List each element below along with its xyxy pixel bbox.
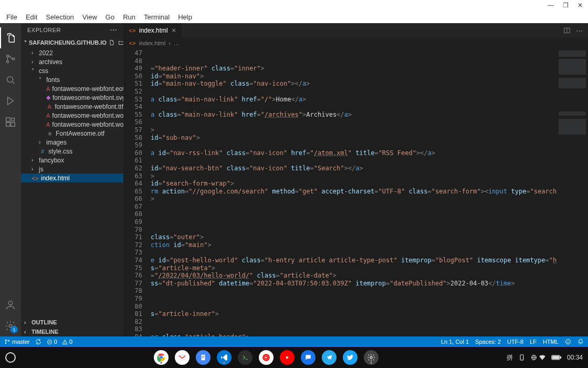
tray-battery-icon[interactable] bbox=[551, 354, 562, 361]
svg-point-34 bbox=[370, 356, 372, 359]
svg-point-22 bbox=[567, 341, 568, 342]
launcher-icon[interactable] bbox=[5, 352, 16, 363]
svg-rect-30 bbox=[202, 358, 204, 359]
svg-point-8 bbox=[8, 301, 12, 305]
menu-view[interactable]: View bbox=[78, 12, 101, 22]
svg-point-3 bbox=[7, 77, 13, 83]
timeline-section[interactable]: ›TIMELINE bbox=[21, 327, 123, 336]
editor-tab-active[interactable]: <> index.html ✕ bbox=[123, 23, 182, 38]
activity-manage-icon[interactable]: 1 bbox=[0, 315, 21, 336]
tree-folder[interactable]: ›js bbox=[21, 165, 123, 173]
menu-terminal[interactable]: Terminal bbox=[140, 12, 174, 22]
explorer-header: EXPLORER ⋯ bbox=[21, 23, 123, 37]
otf-file-icon: ≡ bbox=[46, 130, 54, 137]
taskbar-gmail[interactable] bbox=[175, 350, 190, 365]
activity-search-icon[interactable] bbox=[0, 69, 21, 90]
tree-file[interactable]: ≡FontAwesome.otf bbox=[21, 129, 123, 138]
svg-rect-6 bbox=[11, 122, 15, 126]
tray-ime[interactable]: 拼 bbox=[507, 353, 513, 362]
svg-rect-29 bbox=[202, 357, 205, 357]
status-language[interactable]: HTML bbox=[543, 339, 559, 345]
taskbar-youtube-music[interactable] bbox=[259, 350, 274, 365]
svg-point-2 bbox=[12, 58, 14, 60]
activity-scm-icon[interactable] bbox=[0, 48, 21, 69]
split-editor-icon[interactable] bbox=[563, 27, 571, 34]
tree-folder[interactable]: ›2022 bbox=[21, 48, 123, 57]
window-minimize-button[interactable]: — bbox=[547, 2, 554, 9]
tray-phone-icon[interactable] bbox=[518, 354, 526, 361]
menubar: File Edit Selection View Go Run Terminal… bbox=[0, 11, 588, 23]
activity-extensions-icon[interactable] bbox=[0, 111, 21, 132]
svg-rect-41 bbox=[552, 356, 559, 359]
status-feedback-icon[interactable] bbox=[565, 339, 571, 345]
window-titlebar: — ❐ ✕ bbox=[0, 0, 588, 11]
tree-file[interactable]: ◆fontawesome-webfont.svg bbox=[21, 93, 123, 102]
tray-network-icon[interactable] bbox=[531, 354, 546, 361]
window-close-button[interactable]: ✕ bbox=[576, 2, 584, 9]
activity-explorer-icon[interactable] bbox=[0, 27, 21, 48]
status-encoding[interactable]: UTF-8 bbox=[507, 339, 523, 345]
menu-help[interactable]: Help bbox=[174, 12, 196, 22]
tree-folder[interactable]: ›archives bbox=[21, 57, 123, 66]
window-maximize-button[interactable]: ❐ bbox=[562, 2, 569, 9]
taskbar-settings[interactable] bbox=[364, 350, 379, 365]
taskbar-messages[interactable] bbox=[301, 350, 316, 365]
taskbar-terminal[interactable] bbox=[238, 350, 253, 365]
tree-file[interactable]: Afontawesome-webfont.eot bbox=[21, 84, 123, 93]
tree-file[interactable]: Afontawesome-webfont.woff bbox=[21, 111, 123, 120]
svg-rect-5 bbox=[6, 122, 10, 126]
explorer-project-row[interactable]: ˅ SAFARICHEUNG.GITHUB.IO bbox=[21, 37, 123, 48]
os-taskbar: 拼 00:34 bbox=[0, 347, 588, 368]
minimap[interactable] bbox=[556, 48, 588, 336]
outline-section[interactable]: ›OUTLINE bbox=[21, 318, 123, 327]
menu-selection[interactable]: Selection bbox=[41, 12, 78, 22]
explorer-title: EXPLORER bbox=[27, 27, 61, 33]
activity-account-icon[interactable] bbox=[0, 294, 21, 315]
taskbar-telegram[interactable] bbox=[322, 350, 337, 365]
breadcrumb[interactable]: <> index.html › … bbox=[123, 38, 588, 48]
status-eol[interactable]: LF bbox=[530, 339, 537, 345]
status-problems[interactable]: 0 0 bbox=[47, 339, 73, 345]
activity-run-icon[interactable] bbox=[0, 90, 21, 111]
font-file-icon: A bbox=[46, 121, 50, 128]
tree-file[interactable]: Afontawesome-webfont.woff2 bbox=[21, 120, 123, 129]
tree-file[interactable]: Afontawesome-webfont.ttf bbox=[21, 102, 123, 111]
tree-folder[interactable]: ˅fonts bbox=[21, 75, 123, 84]
tree-file-selected[interactable]: <>index.html bbox=[21, 173, 123, 182]
svg-rect-4 bbox=[6, 118, 10, 121]
tray-clock[interactable]: 00:34 bbox=[567, 354, 583, 361]
taskbar-twitter[interactable] bbox=[343, 350, 358, 365]
taskbar-chrome[interactable] bbox=[154, 350, 169, 365]
svg-point-21 bbox=[566, 340, 571, 344]
svg-file-icon: ◆ bbox=[46, 94, 50, 101]
status-lncol[interactable]: Ln 1, Col 1 bbox=[441, 339, 469, 345]
tree-folder[interactable]: ›fancybox bbox=[21, 156, 123, 165]
tree-file[interactable]: #style.css bbox=[21, 147, 123, 156]
svg-rect-28 bbox=[202, 356, 205, 356]
svg-rect-7 bbox=[12, 118, 15, 121]
breadcrumb-more: … bbox=[174, 40, 180, 46]
code-editor[interactable]: ="header-inner" class="inner"> id="main-… bbox=[146, 48, 556, 336]
menu-file[interactable]: File bbox=[2, 12, 22, 22]
status-sync-icon[interactable] bbox=[35, 339, 41, 345]
taskbar-youtube[interactable] bbox=[280, 350, 295, 365]
taskbar-vscode[interactable] bbox=[217, 350, 232, 365]
new-file-icon[interactable] bbox=[109, 39, 115, 46]
status-branch[interactable]: master bbox=[4, 339, 30, 345]
explorer-more-icon[interactable]: ⋯ bbox=[110, 26, 118, 34]
editor-more-icon[interactable]: ⋯ bbox=[576, 27, 583, 35]
status-spaces[interactable]: Spaces: 2 bbox=[475, 339, 501, 345]
ide-root: 1 EXPLORER ⋯ ˅ SAFARICHEUNG.GITHUB.IO ›2… bbox=[0, 23, 588, 336]
menu-go[interactable]: Go bbox=[101, 12, 119, 22]
manage-badge: 1 bbox=[10, 326, 18, 333]
explorer-project-name: SAFARICHEUNG.GITHUB.IO bbox=[29, 39, 107, 46]
taskbar-docs[interactable] bbox=[196, 350, 211, 365]
menu-run[interactable]: Run bbox=[119, 12, 140, 22]
breadcrumb-file: index.html bbox=[139, 40, 165, 46]
tree-folder[interactable]: ›images bbox=[21, 138, 123, 147]
status-bell-icon[interactable] bbox=[578, 339, 584, 345]
tab-close-icon[interactable]: ✕ bbox=[171, 27, 176, 34]
menu-edit[interactable]: Edit bbox=[22, 12, 41, 22]
svg-rect-42 bbox=[560, 356, 561, 358]
tree-folder[interactable]: ˅css bbox=[21, 66, 123, 75]
